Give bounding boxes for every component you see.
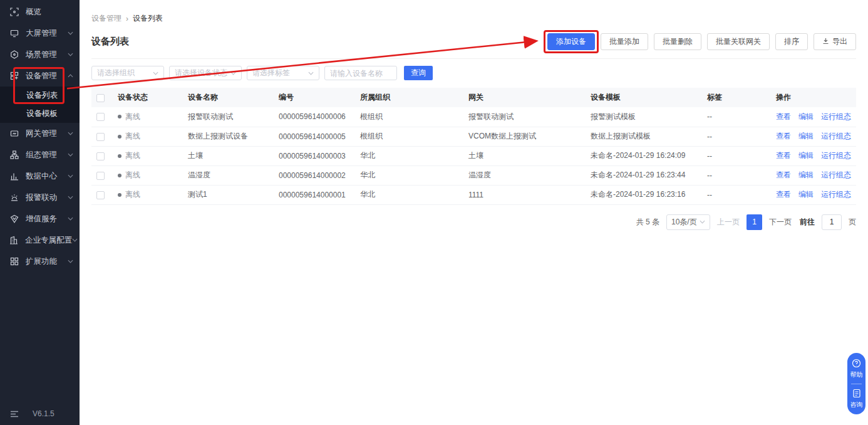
sidebar-item-enterprise[interactable]: 企业专属配置 (0, 229, 80, 251)
edit-link[interactable]: 编辑 (798, 132, 814, 140)
next-page-button[interactable]: 下一页 (769, 217, 792, 228)
add-device-button[interactable]: 添加设备 (547, 33, 595, 50)
row-checkbox[interactable] (96, 191, 105, 199)
row-checkbox[interactable] (96, 172, 105, 180)
sidebar-submenu: 设备列表设备模板 (0, 87, 80, 123)
run-topology-link[interactable]: 运行组态 (821, 151, 851, 160)
sidebar-item-datacenter[interactable]: 数据中心 (0, 165, 80, 187)
chevron-down-icon (68, 53, 73, 56)
device-status: 离线 (125, 171, 140, 179)
export-button[interactable]: 导出 (814, 33, 856, 50)
edit-link[interactable]: 编辑 (798, 190, 814, 199)
row-checkbox[interactable] (96, 113, 105, 121)
help-button[interactable]: 帮助 (850, 359, 863, 379)
row-checkbox[interactable] (96, 133, 105, 141)
sidebar-item-topology[interactable]: 组态管理 (0, 144, 80, 165)
sidebar-subitem-device-template[interactable]: 设备模板 (0, 105, 80, 123)
device-name: 数据上报测试设备 (183, 127, 274, 146)
view-link[interactable]: 查看 (776, 171, 791, 179)
page-size-value: 10条/页 (671, 217, 697, 228)
run-topology-link[interactable]: 运行组态 (821, 132, 851, 140)
device-code: 0000059614000001 (274, 185, 355, 204)
sidebar-item-gateway[interactable]: 网关管理 (0, 123, 80, 144)
sidebar-item-value[interactable]: 增值服务 (0, 208, 80, 229)
device-name: 测试1 (183, 185, 274, 204)
device-gateway: VCOM数据上报测试 (463, 127, 586, 146)
tag-select-placeholder: 请选择标签 (252, 68, 290, 78)
col-header-status: 设备状态 (113, 88, 183, 107)
table-row: 离线报警联动测试0000059614000006根组织报警联动测试报警测试模板-… (91, 107, 856, 127)
edit-link[interactable]: 编辑 (798, 151, 814, 160)
device-icon (9, 71, 19, 81)
breadcrumb-parent[interactable]: 设备管理 (91, 13, 121, 24)
view-link[interactable]: 查看 (776, 112, 791, 121)
device-template: 未命名-2024-01-29 16:23:44 (586, 165, 702, 185)
topology-icon (9, 150, 19, 160)
edit-link[interactable]: 编辑 (798, 171, 814, 179)
sidebar-subitem-device-list[interactable]: 设备列表 (0, 87, 80, 105)
device-status: 离线 (125, 151, 140, 160)
sidebar-item-bigscreen[interactable]: 大屏管理 (0, 23, 80, 44)
device-status-select[interactable]: 请选择设备状态 (169, 66, 242, 80)
device-code: 0000059614000002 (274, 165, 355, 185)
goto-page-input[interactable] (822, 214, 842, 230)
page-size-select[interactable]: 10条/页 (666, 214, 710, 230)
device-tag: -- (702, 185, 771, 204)
device-name-input[interactable] (324, 66, 397, 80)
edit-link[interactable]: 编辑 (798, 112, 814, 121)
scene-icon (9, 50, 19, 60)
sidebar-item-extension[interactable]: 扩展功能 (0, 251, 80, 272)
breadcrumb-current: 设备列表 (133, 13, 163, 24)
collapse-sidebar-icon[interactable] (10, 411, 19, 417)
offline-status-dot (118, 135, 121, 139)
view-link[interactable]: 查看 (776, 151, 791, 160)
help-widget: 帮助 咨询 (847, 353, 865, 414)
prev-page-button[interactable]: 上一页 (717, 217, 740, 228)
run-topology-link[interactable]: 运行组态 (821, 171, 851, 179)
sidebar-nav: 概览大屏管理场景管理设备管理设备列表设备模板网关管理组态管理数据中心报警联动增值… (0, 0, 80, 402)
select-all-checkbox[interactable] (96, 94, 105, 102)
col-header-gateway: 网关 (463, 88, 586, 107)
batch-add-button[interactable]: 批量添加 (601, 33, 648, 50)
query-button[interactable]: 查询 (404, 66, 433, 80)
run-topology-link[interactable]: 运行组态 (821, 190, 851, 199)
breadcrumb: 设备管理 › 设备列表 (91, 0, 856, 24)
row-checkbox[interactable] (96, 152, 105, 160)
export-label: 导出 (832, 36, 847, 47)
device-org: 华北 (355, 165, 463, 185)
sidebar-item-alarm[interactable]: 报警联动 (0, 187, 80, 208)
chevron-down-icon (72, 238, 78, 242)
col-header-org: 所属组织 (355, 88, 463, 107)
device-org: 根组织 (355, 107, 463, 127)
tag-select[interactable]: 请选择标签 (247, 66, 319, 80)
download-icon (822, 38, 829, 46)
batch-link-gateway-button[interactable]: 批量关联网关 (707, 33, 770, 50)
view-link[interactable]: 查看 (776, 190, 791, 199)
consult-button[interactable]: 咨询 (850, 389, 863, 409)
device-template: 未命名-2024-01-29 16:23:16 (586, 185, 702, 204)
page-title: 设备列表 (91, 36, 129, 48)
device-org: 华北 (355, 146, 463, 165)
sidebar-item-device[interactable]: 设备管理 (0, 65, 80, 87)
sidebar-item-overview[interactable]: 概览 (0, 1, 80, 23)
table-row: 离线温湿度0000059614000002华北温湿度未命名-2024-01-29… (91, 165, 856, 185)
chevron-down-icon (153, 71, 158, 75)
sort-button[interactable]: 排序 (775, 33, 808, 50)
page-number-1[interactable]: 1 (747, 214, 762, 230)
row-actions: 查看编辑运行组态删除 (771, 127, 856, 146)
device-tag: -- (702, 107, 771, 127)
device-gateway: 1111 (463, 185, 586, 204)
sidebar-item-scene[interactable]: 场景管理 (0, 44, 80, 65)
consult-label: 咨询 (850, 401, 863, 409)
run-topology-link[interactable]: 运行组态 (821, 112, 851, 121)
goto-label: 前往 (800, 217, 815, 228)
device-template: 未命名-2024-01-29 16:24:09 (586, 146, 702, 165)
org-select[interactable]: 请选择组织 (91, 66, 164, 80)
offline-status-dot (118, 193, 121, 197)
batch-delete-button[interactable]: 批量删除 (654, 33, 701, 50)
view-link[interactable]: 查看 (776, 132, 791, 140)
device-status: 离线 (125, 190, 140, 199)
app-root: 概览大屏管理场景管理设备管理设备列表设备模板网关管理组态管理数据中心报警联动增值… (0, 0, 868, 425)
device-tag: -- (702, 165, 771, 185)
offline-status-dot (118, 154, 121, 158)
